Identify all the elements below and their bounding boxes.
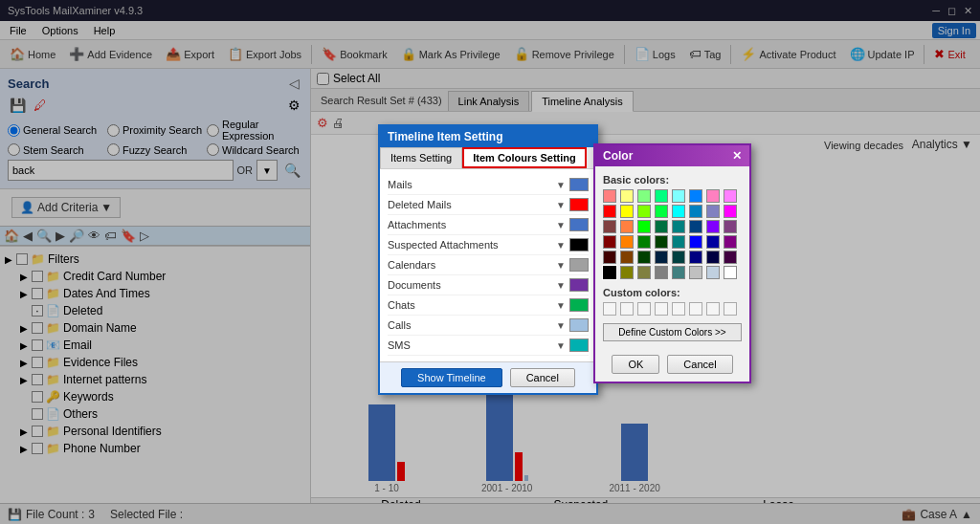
- basic-color-swatch[interactable]: [672, 220, 685, 233]
- basic-color-swatch[interactable]: [655, 235, 668, 249]
- basic-color-swatch[interactable]: [706, 235, 720, 249]
- timeline-dialog-header: Timeline Item Setting: [380, 126, 596, 147]
- color-ok-btn[interactable]: OK: [612, 355, 659, 374]
- deleted-color-box[interactable]: [569, 198, 589, 211]
- chats-arrow[interactable]: ▼: [556, 300, 566, 311]
- basic-color-swatch[interactable]: [672, 251, 685, 264]
- basic-color-swatch[interactable]: [724, 266, 737, 279]
- basic-color-swatch[interactable]: [689, 235, 702, 249]
- basic-color-swatch[interactable]: [724, 205, 737, 218]
- basic-color-swatch[interactable]: [672, 205, 685, 218]
- basic-color-swatch[interactable]: [620, 189, 634, 203]
- basic-color-swatch[interactable]: [724, 235, 737, 249]
- custom-swatch[interactable]: [637, 302, 651, 316]
- define-custom-colors-btn[interactable]: Define Custom Colors >>: [603, 323, 742, 341]
- suspected-arrow[interactable]: ▼: [556, 240, 566, 251]
- basic-color-swatch[interactable]: [603, 205, 616, 218]
- show-timeline-btn[interactable]: Show Timeline: [401, 368, 502, 387]
- basic-color-swatch[interactable]: [620, 251, 634, 264]
- timeline-dialog-content: Mails ▼ Deleted Mails ▼ Attachments ▼ Su…: [380, 169, 596, 361]
- calendars-arrow[interactable]: ▼: [556, 260, 566, 271]
- color-close-btn[interactable]: ✕: [732, 149, 742, 163]
- basic-color-swatch[interactable]: [724, 220, 737, 233]
- basic-color-swatch[interactable]: [689, 266, 702, 279]
- deleted-mails-label: Deleted Mails: [388, 199, 556, 210]
- basic-color-swatch[interactable]: [689, 220, 702, 233]
- basic-colors-label: Basic colors:: [603, 174, 742, 186]
- calls-color-box[interactable]: [569, 318, 589, 332]
- basic-color-swatch[interactable]: [655, 220, 668, 233]
- basic-color-swatch[interactable]: [655, 266, 668, 279]
- basic-color-swatch[interactable]: [603, 266, 616, 279]
- color-picker-dialog: Color ✕ Basic colors: Custom colors: Def…: [593, 143, 751, 383]
- basic-color-swatch[interactable]: [603, 189, 616, 203]
- documents-arrow[interactable]: ▼: [556, 280, 566, 291]
- basic-color-swatch[interactable]: [672, 266, 685, 279]
- basic-color-swatch[interactable]: [706, 220, 720, 233]
- custom-swatch[interactable]: [689, 302, 702, 316]
- basic-color-swatch[interactable]: [689, 205, 702, 218]
- basic-color-swatch[interactable]: [603, 251, 616, 264]
- basic-color-swatch[interactable]: [603, 235, 616, 249]
- basic-color-swatch[interactable]: [724, 189, 737, 203]
- custom-swatch[interactable]: [620, 302, 634, 316]
- color-dialog-title: Color: [603, 149, 633, 163]
- basic-color-swatch[interactable]: [620, 220, 634, 233]
- basic-color-swatch[interactable]: [655, 205, 668, 218]
- basic-color-swatch[interactable]: [689, 251, 702, 264]
- documents-color-box[interactable]: [569, 278, 589, 292]
- timeline-cancel-btn[interactable]: Cancel: [510, 368, 575, 387]
- sms-label: SMS: [388, 339, 556, 351]
- basic-color-swatch[interactable]: [637, 235, 651, 249]
- sms-arrow[interactable]: ▼: [556, 340, 566, 351]
- basic-color-swatch[interactable]: [655, 189, 668, 203]
- basic-color-swatch[interactable]: [672, 235, 685, 249]
- basic-color-swatch[interactable]: [706, 205, 720, 218]
- basic-color-swatch[interactable]: [620, 205, 634, 218]
- color-cancel-btn[interactable]: Cancel: [667, 355, 732, 374]
- mails-color-box[interactable]: [569, 178, 589, 191]
- timeline-item-setting-dialog: Timeline Item Setting Items Setting Item…: [378, 124, 598, 395]
- basic-color-swatch[interactable]: [620, 266, 634, 279]
- basic-color-swatch[interactable]: [706, 189, 720, 203]
- chats-label: Chats: [388, 299, 556, 311]
- basic-color-swatch[interactable]: [706, 266, 720, 279]
- mails-arrow[interactable]: ▼: [556, 180, 566, 190]
- calls-arrow[interactable]: ▼: [556, 320, 566, 331]
- suspected-color-box[interactable]: [569, 238, 589, 251]
- basic-color-swatch[interactable]: [706, 251, 720, 264]
- basic-color-swatch[interactable]: [637, 251, 651, 264]
- attachments-color-box[interactable]: [569, 218, 589, 231]
- sms-color-box[interactable]: [569, 338, 589, 352]
- basic-color-swatch[interactable]: [620, 235, 634, 249]
- custom-swatch[interactable]: [672, 302, 685, 316]
- deleted-arrow[interactable]: ▼: [556, 200, 566, 210]
- tab-items-setting[interactable]: Items Setting: [380, 147, 462, 168]
- color-dialog-footer: OK Cancel: [595, 355, 749, 382]
- basic-color-swatch[interactable]: [655, 251, 668, 264]
- basic-color-swatch[interactable]: [689, 189, 702, 203]
- dialog-row-calendars: Calendars ▼: [388, 255, 589, 275]
- timeline-dialog-tabs: Items Setting Item Colours Setting: [380, 147, 596, 169]
- custom-swatch[interactable]: [706, 302, 720, 316]
- custom-swatch[interactable]: [603, 302, 616, 316]
- basic-color-swatch[interactable]: [672, 189, 685, 203]
- custom-colors-label: Custom colors:: [603, 287, 742, 298]
- calendars-label: Calendars: [388, 259, 556, 271]
- custom-swatch[interactable]: [724, 302, 737, 316]
- basic-color-swatch[interactable]: [724, 251, 737, 264]
- dialog-row-calls: Calls ▼: [388, 316, 589, 336]
- tab-item-colours[interactable]: Item Colours Setting: [462, 147, 587, 168]
- basic-color-swatch[interactable]: [603, 220, 616, 233]
- basic-color-swatch[interactable]: [637, 189, 651, 203]
- calendars-color-box[interactable]: [569, 258, 589, 272]
- basic-color-swatch[interactable]: [637, 220, 651, 233]
- attachments-arrow[interactable]: ▼: [556, 220, 566, 230]
- basic-color-swatch[interactable]: [637, 266, 651, 279]
- custom-swatch[interactable]: [655, 302, 668, 316]
- dialog-row-mails: Mails ▼: [388, 175, 589, 195]
- basic-color-swatch[interactable]: [637, 205, 651, 218]
- basic-colors-grid: [603, 189, 742, 279]
- chats-color-box[interactable]: [569, 298, 589, 312]
- dialog-row-suspected: Suspected Attachments ▼: [388, 235, 589, 255]
